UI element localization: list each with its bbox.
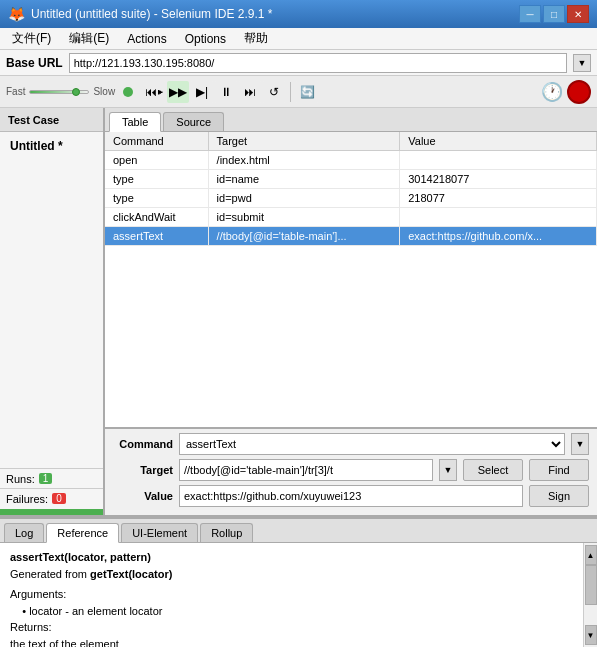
- window-controls: ─ □ ✕: [519, 5, 589, 23]
- bottom-tab-reference[interactable]: Reference: [46, 523, 119, 543]
- test-case-header: Test Case: [0, 108, 103, 132]
- table-row[interactable]: type id=name 3014218077: [105, 170, 597, 189]
- window-title: Untitled (untitled suite) - Selenium IDE…: [31, 7, 272, 21]
- command-form-label: Command: [113, 438, 173, 450]
- speed-indicator: [72, 88, 80, 96]
- record-button[interactable]: [567, 80, 591, 104]
- apply-rollup-button[interactable]: ↺: [263, 81, 285, 103]
- cell-target: /index.html: [208, 151, 400, 170]
- value-form-label: Value: [113, 490, 173, 502]
- play-all-button[interactable]: ⏮▶: [143, 81, 165, 103]
- clock-button[interactable]: 🕐: [541, 81, 563, 103]
- col-command: Command: [105, 132, 208, 151]
- table-row-selected[interactable]: assertText //tbody[@id='table-main']... …: [105, 227, 597, 246]
- runs-badge: 1: [39, 473, 53, 484]
- reference-content: assertText(locator, pattern) Generated f…: [0, 543, 583, 647]
- cell-command-selected: assertText: [105, 227, 208, 246]
- reference-generated: Generated from getText(locator): [10, 566, 573, 583]
- main-layout: Test Case Untitled * Runs: 1 Failures: 0: [0, 108, 597, 517]
- failures-row: Failures: 0: [0, 488, 103, 508]
- bottom-content-area: assertText(locator, pattern) Generated f…: [0, 543, 597, 647]
- failures-badge: 0: [52, 493, 66, 504]
- left-panel: Test Case Untitled * Runs: 1 Failures: 0: [0, 108, 105, 515]
- command-form: Command assertText ▼ Target ▼ Select Fin…: [105, 427, 597, 515]
- step-button[interactable]: ⏭: [239, 81, 261, 103]
- pause-button[interactable]: ⏸: [215, 81, 237, 103]
- command-select[interactable]: assertText: [179, 433, 565, 455]
- toolbar: Fast Slow ⏮▶ ▶▶ ▶| ⏸ ⏭ ↺ 🔄 🕐: [0, 76, 597, 108]
- right-panel: Table Source Command Target Value open /…: [105, 108, 597, 515]
- minimize-button[interactable]: ─: [519, 5, 541, 23]
- cell-target: id=submit: [208, 208, 400, 227]
- cell-value: 218077: [400, 189, 597, 208]
- baseurl-label: Base URL: [6, 56, 63, 70]
- fast-label: Fast: [6, 86, 25, 97]
- cell-value: 3014218077: [400, 170, 597, 189]
- cell-target: id=name: [208, 170, 400, 189]
- select-button[interactable]: Select: [463, 459, 523, 481]
- tab-source[interactable]: Source: [163, 112, 224, 131]
- speed-control: Fast Slow: [6, 86, 133, 97]
- tab-table[interactable]: Table: [109, 112, 161, 132]
- target-form-label: Target: [113, 464, 173, 476]
- commands-table: Command Target Value open /index.html ty…: [105, 132, 597, 246]
- baseurl-dropdown[interactable]: ▼: [573, 54, 591, 72]
- progress-bar-container: [0, 509, 103, 515]
- test-case-item[interactable]: Untitled *: [4, 136, 99, 156]
- table-row[interactable]: clickAndWait id=submit: [105, 208, 597, 227]
- bottom-tab-bar: Log Reference UI-Element Rollup: [0, 519, 597, 543]
- title-bar: 🦊 Untitled (untitled suite) - Selenium I…: [0, 0, 597, 28]
- scroll-down-btn[interactable]: ▼: [585, 625, 597, 645]
- progress-bar-fill: [0, 509, 103, 515]
- play-button[interactable]: ▶▶: [167, 81, 189, 103]
- cell-command: open: [105, 151, 208, 170]
- scroll-thumb[interactable]: [585, 565, 597, 605]
- slow-label: Slow: [93, 86, 115, 97]
- stats-row: Runs: 1: [0, 468, 103, 488]
- tab-bar: Table Source: [105, 108, 597, 132]
- table-row[interactable]: open /index.html: [105, 151, 597, 170]
- find-button[interactable]: Find: [529, 459, 589, 481]
- cell-command: clickAndWait: [105, 208, 208, 227]
- command-row: Command assertText ▼: [113, 433, 589, 455]
- target-dropdown-btn[interactable]: ▼: [439, 459, 457, 481]
- bottom-tab-ui-element[interactable]: UI-Element: [121, 523, 198, 542]
- menu-actions[interactable]: Actions: [119, 30, 174, 48]
- menu-file[interactable]: 文件(F): [4, 28, 59, 49]
- toolbar-right: 🕐: [541, 80, 591, 104]
- toolbar-separator: [290, 82, 291, 102]
- speed-slider[interactable]: [29, 90, 89, 94]
- menu-bar: 文件(F) 编辑(E) Actions Options 帮助: [0, 28, 597, 50]
- value-input[interactable]: [179, 485, 523, 507]
- runs-stat: Runs: 1: [6, 473, 52, 485]
- maximize-button[interactable]: □: [543, 5, 565, 23]
- play-current-button[interactable]: ▶|: [191, 81, 213, 103]
- menu-options[interactable]: Options: [177, 30, 234, 48]
- command-dropdown-btn[interactable]: ▼: [571, 433, 589, 455]
- bottom-panel: Log Reference UI-Element Rollup assertTe…: [0, 517, 597, 647]
- sign-button[interactable]: Sign: [529, 485, 589, 507]
- col-value: Value: [400, 132, 597, 151]
- target-input[interactable]: [179, 459, 433, 481]
- bottom-tab-rollup[interactable]: Rollup: [200, 523, 253, 542]
- bottom-tab-log[interactable]: Log: [4, 523, 44, 542]
- cell-command: type: [105, 189, 208, 208]
- reload-button[interactable]: 🔄: [296, 81, 318, 103]
- menu-edit[interactable]: 编辑(E): [61, 28, 117, 49]
- close-button[interactable]: ✕: [567, 5, 589, 23]
- menu-help[interactable]: 帮助: [236, 28, 276, 49]
- baseurl-input[interactable]: [69, 53, 567, 73]
- table-row[interactable]: type id=pwd 218077: [105, 189, 597, 208]
- cell-value-selected: exact:https://github.com/x...: [400, 227, 597, 246]
- col-target: Target: [208, 132, 400, 151]
- scroll-track: [585, 565, 597, 625]
- table-header-row: Command Target Value: [105, 132, 597, 151]
- cell-value: [400, 208, 597, 227]
- title-bar-left: 🦊 Untitled (untitled suite) - Selenium I…: [8, 6, 272, 22]
- value-row: Value Sign: [113, 485, 589, 507]
- scrollbar[interactable]: ▲ ▼: [583, 543, 597, 647]
- target-row: Target ▼ Select Find: [113, 459, 589, 481]
- firefox-icon: 🦊: [8, 6, 25, 22]
- scroll-up-btn[interactable]: ▲: [585, 545, 597, 565]
- cell-target-selected: //tbody[@id='table-main']...: [208, 227, 400, 246]
